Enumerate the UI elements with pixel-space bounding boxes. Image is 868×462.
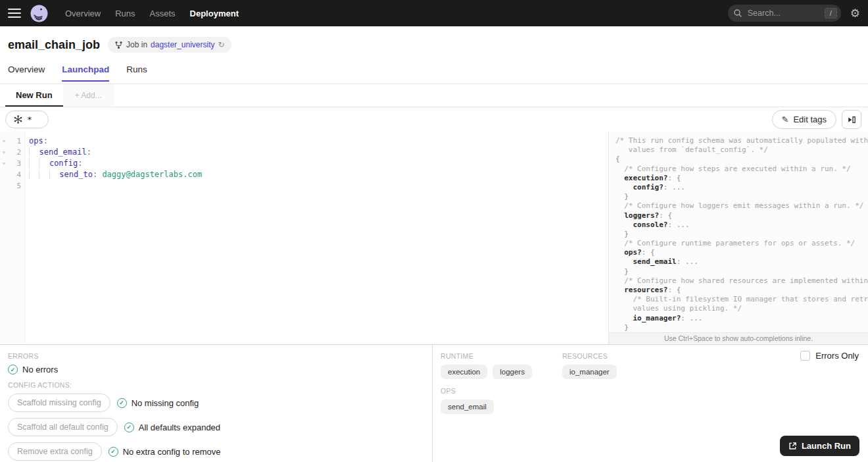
errors-only-label: Errors Only	[815, 351, 859, 361]
expand-right-pane-button[interactable]	[842, 110, 861, 129]
search-icon	[733, 9, 742, 18]
launch-run-button[interactable]: Launch Run	[780, 436, 859, 456]
check-circle-icon	[117, 398, 127, 408]
tab-runs[interactable]: Runs	[126, 64, 147, 82]
tab-overview[interactable]: Overview	[8, 64, 45, 82]
pencil-icon	[782, 115, 789, 124]
nav-deployment[interactable]: Deployment	[190, 9, 239, 18]
no-errors-status: No errors	[22, 365, 58, 374]
config-editor: 12345 ops: send_email: config: send_to: …	[0, 132, 608, 344]
remove-extra-config-button[interactable]: Remove extra config	[8, 442, 102, 461]
runtime-label: RUNTIME	[441, 352, 532, 360]
fork-icon	[114, 41, 123, 49]
launch-run-label: Launch Run	[802, 441, 851, 451]
job-location-badge: Job in dagster_university	[108, 37, 231, 53]
fold-gutter	[0, 136, 8, 344]
fold-marker-icon[interactable]	[2, 147, 6, 158]
session-tab-strip: New Run + Add...	[0, 84, 868, 107]
autocomplete-hint: Use Ctrl+Space to show auto-completions …	[609, 332, 868, 344]
check-circle-icon	[108, 447, 118, 457]
search-placeholder: Search...	[748, 9, 819, 18]
job-header: email_chain_job Job in dagster_universit…	[0, 26, 868, 84]
yaml-editor-textarea[interactable]: ops: send_email: config: send_to: daggy@…	[25, 132, 608, 344]
extra-config-status: No extra config to remove	[123, 447, 221, 457]
config-schema-panel: /* This run config schema was automatica…	[608, 132, 868, 344]
fold-marker-icon[interactable]	[2, 158, 6, 169]
tag-send-email[interactable]: send_email	[441, 399, 494, 414]
scaffold-missing-config-button[interactable]: Scaffold missing config	[8, 394, 110, 412]
launchpad-bottom-panel: ERRORS No errors CONFIG ACTIONS: Scaffol…	[0, 344, 868, 462]
add-session-tab-button[interactable]: + Add...	[63, 84, 114, 107]
tag-loggers[interactable]: loggers	[493, 365, 532, 379]
op-graph-icon	[14, 115, 22, 124]
hamburger-menu-icon[interactable]	[8, 9, 21, 18]
badge-prefix: Job in	[126, 40, 147, 49]
editor-gutter: 12345	[0, 132, 25, 344]
scaffold-all-default-config-button[interactable]: Scaffold all default config	[8, 418, 118, 436]
launchpad-main: 12345 ops: send_email: config: send_to: …	[0, 132, 868, 344]
config-actions-label: CONFIG ACTIONS:	[8, 381, 424, 389]
tag-execution[interactable]: execution	[441, 365, 487, 379]
check-circle-icon	[124, 423, 134, 432]
op-selector-input[interactable]: *	[5, 111, 49, 128]
errors-label: ERRORS	[8, 352, 424, 360]
check-circle-icon	[8, 365, 18, 374]
tag-io-manager[interactable]: io_manager	[562, 365, 617, 379]
nav-runs[interactable]: Runs	[115, 9, 135, 18]
fold-marker-icon[interactable]	[2, 136, 6, 147]
resources-label: RESOURCES	[562, 352, 617, 360]
tag-summary-panel: RUNTIME execution loggers RESOURCES io_m…	[433, 345, 868, 462]
errors-and-actions-panel: ERRORS No errors CONFIG ACTIONS: Scaffol…	[0, 345, 433, 462]
op-selector-value: *	[27, 115, 32, 124]
page-title: email_chain_job	[8, 38, 100, 52]
edit-tags-button[interactable]: Edit tags	[772, 110, 837, 129]
errors-only-checkbox[interactable]	[800, 351, 810, 361]
nav-assets[interactable]: Assets	[150, 9, 176, 18]
ops-group: OPS send_email	[441, 387, 860, 414]
dagster-logo[interactable]	[30, 5, 48, 22]
page-tabs: Overview Launchpad Runs	[0, 53, 868, 82]
missing-config-status: No missing config	[132, 398, 199, 408]
expand-pane-icon	[846, 115, 857, 125]
runtime-group: RUNTIME execution loggers	[441, 352, 532, 379]
line-numbers: 12345	[8, 136, 24, 344]
defaults-expanded-status: All defaults expanded	[139, 423, 220, 432]
code-location-link[interactable]: dagster_university	[151, 40, 214, 49]
slash-shortcut-key: /	[825, 8, 837, 18]
top-navigation-bar: Overview Runs Assets Deployment Search..…	[0, 0, 868, 26]
refresh-icon[interactable]	[218, 41, 224, 49]
gear-icon[interactable]	[850, 8, 860, 19]
config-schema-text[interactable]: /* This run config schema was automatica…	[609, 132, 868, 332]
resources-group: RESOURCES io_manager	[562, 352, 617, 379]
launchpad-toolbar: * Edit tags	[0, 107, 868, 132]
session-tab-new-run[interactable]: New Run	[5, 84, 63, 107]
launch-icon	[788, 442, 797, 450]
edit-tags-label: Edit tags	[793, 115, 827, 124]
nav-overview[interactable]: Overview	[65, 9, 101, 18]
tab-launchpad[interactable]: Launchpad	[62, 64, 109, 82]
ops-label: OPS	[441, 387, 860, 395]
search-input[interactable]: Search... /	[728, 5, 841, 22]
